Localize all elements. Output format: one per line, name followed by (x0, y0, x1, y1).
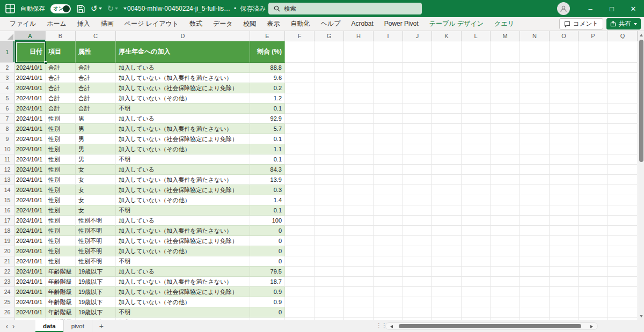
cell-L26[interactable] (462, 307, 491, 318)
cell-M1[interactable] (491, 41, 520, 63)
row-header-23[interactable]: 23 (0, 277, 15, 287)
cell-K13[interactable] (432, 175, 462, 185)
cell-I24[interactable] (374, 287, 403, 297)
cell-D11[interactable]: 不明 (116, 154, 250, 165)
cell-C23[interactable]: 19歳以下 (76, 277, 116, 287)
column-header-O[interactable]: O (550, 31, 579, 41)
cell-I7[interactable] (374, 114, 403, 124)
cell-M23[interactable] (491, 277, 520, 287)
cell-H10[interactable] (344, 144, 374, 154)
cell-G16[interactable] (314, 205, 344, 216)
cell-M8[interactable] (491, 124, 520, 134)
cell-H6[interactable] (344, 104, 374, 114)
cell-O7[interactable] (550, 114, 579, 124)
cell-L4[interactable] (462, 83, 491, 93)
row-header-26[interactable]: 26 (0, 307, 15, 318)
cell-N7[interactable] (520, 114, 550, 124)
cell-H16[interactable] (344, 205, 374, 216)
cell-D5[interactable]: 加入していない（その他） (116, 93, 250, 104)
cell-K2[interactable] (432, 63, 462, 73)
cell-O2[interactable] (550, 63, 579, 73)
cell-B24[interactable]: 年齢階級 (46, 287, 76, 297)
cell-I20[interactable] (374, 246, 403, 256)
cell-L12[interactable] (462, 165, 491, 175)
cell-K17[interactable] (432, 216, 462, 226)
cell-H5[interactable] (344, 93, 374, 104)
cell-A21[interactable]: 2024/10/1 (15, 256, 46, 267)
row-header-12[interactable]: 12 (0, 165, 15, 175)
cell-G24[interactable] (314, 287, 344, 297)
cell-K24[interactable] (432, 287, 462, 297)
redo-button[interactable]: ↻ (107, 4, 119, 13)
cell-B17[interactable]: 性別 (46, 216, 76, 226)
cell-M25[interactable] (491, 297, 520, 307)
cell-H11[interactable] (344, 154, 374, 165)
cell-P24[interactable] (579, 287, 608, 297)
cell-B5[interactable]: 合計 (46, 93, 76, 104)
cell-O4[interactable] (550, 83, 579, 93)
cell-N15[interactable] (520, 195, 550, 205)
cell-E17[interactable]: 100 (250, 216, 285, 226)
column-header-D[interactable]: D (116, 31, 250, 41)
cell-N18[interactable] (520, 226, 550, 236)
cell-C1[interactable]: 属性 (76, 41, 116, 63)
cell-Q23[interactable] (608, 277, 637, 287)
ribbon-tab-1[interactable]: ホーム (41, 17, 72, 31)
cell-N25[interactable] (520, 297, 550, 307)
cell-H2[interactable] (344, 63, 374, 73)
cell-O15[interactable] (550, 195, 579, 205)
column-header-G[interactable]: G (314, 31, 344, 41)
tab-scroll-splitter[interactable]: ⋮⋮ (376, 322, 386, 329)
row-header-8[interactable]: 8 (0, 124, 15, 134)
cell-O12[interactable] (550, 165, 579, 175)
cell-J13[interactable] (403, 175, 432, 185)
save-status[interactable]: 保存済み (240, 4, 266, 13)
cell-K11[interactable] (432, 154, 462, 165)
cell-P18[interactable] (579, 226, 608, 236)
cell-O23[interactable] (550, 277, 579, 287)
cell-E2[interactable]: 88.8 (250, 63, 285, 73)
cell-G6[interactable] (314, 104, 344, 114)
cell-F9[interactable] (285, 134, 314, 144)
cell-B7[interactable]: 性別 (46, 114, 76, 124)
cell-G25[interactable] (314, 297, 344, 307)
cell-L3[interactable] (462, 73, 491, 83)
cell-G22[interactable] (314, 267, 344, 277)
cell-I25[interactable] (374, 297, 403, 307)
cell-O26[interactable] (550, 307, 579, 318)
cell-G17[interactable] (314, 216, 344, 226)
cell-M11[interactable] (491, 154, 520, 165)
cell-J10[interactable] (403, 144, 432, 154)
share-button[interactable]: 共有 (606, 18, 641, 29)
cell-C11[interactable]: 男 (76, 154, 116, 165)
cell-M2[interactable] (491, 63, 520, 73)
row-header-17[interactable]: 17 (0, 216, 15, 226)
horizontal-scrollbar[interactable] (385, 322, 598, 330)
cell-F12[interactable] (285, 165, 314, 175)
ribbon-tab-2[interactable]: 挿入 (72, 17, 96, 31)
cell-Q19[interactable] (608, 236, 637, 246)
cell-K10[interactable] (432, 144, 462, 154)
cell-P12[interactable] (579, 165, 608, 175)
row-header-18[interactable]: 18 (0, 226, 15, 236)
cell-N10[interactable] (520, 144, 550, 154)
cell-D18[interactable]: 加入していない（加入要件を満たさない） (116, 226, 250, 236)
cell-Q15[interactable] (608, 195, 637, 205)
cell-I19[interactable] (374, 236, 403, 246)
cell-Q11[interactable] (608, 154, 637, 165)
cell-G13[interactable] (314, 175, 344, 185)
cell-F17[interactable] (285, 216, 314, 226)
cell-P21[interactable] (579, 256, 608, 267)
cell-A6[interactable]: 2024/10/1 (15, 104, 46, 114)
cell-I14[interactable] (374, 185, 403, 195)
cell-B19[interactable]: 性別 (46, 236, 76, 246)
cell-C20[interactable]: 性別不明 (76, 246, 116, 256)
cell-D4[interactable]: 加入していない（社会保障協定により免除） (116, 83, 250, 93)
cell-P3[interactable] (579, 73, 608, 83)
cell-E15[interactable]: 1.4 (250, 195, 285, 205)
cell-L24[interactable] (462, 287, 491, 297)
cell-D14[interactable]: 加入していない（社会保障協定により免除） (116, 185, 250, 195)
cell-J16[interactable] (403, 205, 432, 216)
cell-A3[interactable]: 2024/10/1 (15, 73, 46, 83)
column-header-L[interactable]: L (462, 31, 491, 41)
